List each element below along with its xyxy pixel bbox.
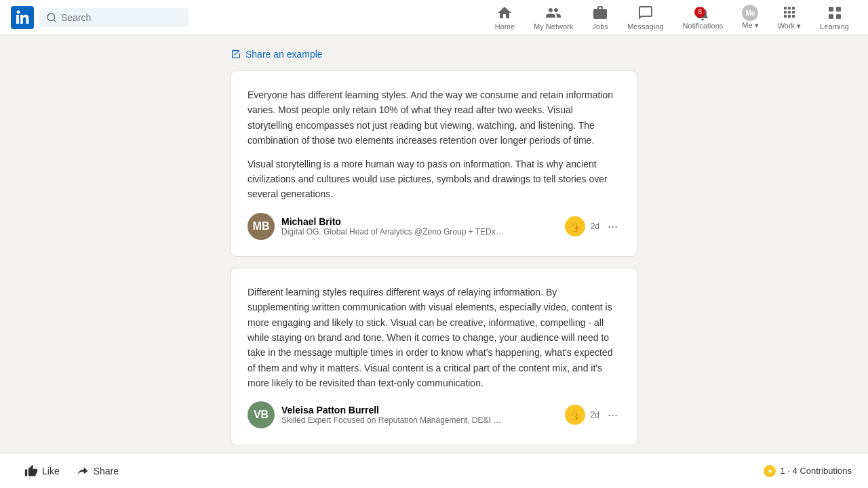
post-time-2: 2d bbox=[591, 410, 599, 420]
svg-rect-3 bbox=[829, 7, 833, 12]
post-author-2: VB Veleisa Patton Burrell Skilled Expert… bbox=[248, 401, 620, 428]
post-meta-1: 👍 2d ··· bbox=[565, 216, 620, 237]
nav-item-network[interactable]: My Network bbox=[526, 2, 581, 33]
author-info-2: Veleisa Patton Burrell Skilled Expert Fo… bbox=[281, 405, 558, 425]
svg-rect-5 bbox=[829, 14, 833, 19]
like-icon bbox=[24, 464, 38, 478]
post-paragraph-1-1: Everyone has different learning styles. … bbox=[248, 87, 620, 148]
jobs-label: Jobs bbox=[593, 22, 608, 30]
messaging-label: Messaging bbox=[627, 22, 663, 30]
learning-label: Learning bbox=[820, 22, 849, 30]
post-card-2: Different learning styles requires diffe… bbox=[231, 268, 637, 446]
notifications-label: Notifications bbox=[682, 22, 723, 30]
search-icon bbox=[46, 12, 57, 23]
post-body-1: Everyone has different learning styles. … bbox=[248, 87, 620, 202]
author-name-1[interactable]: Michael Brito bbox=[281, 216, 558, 227]
search-bar[interactable] bbox=[39, 8, 189, 27]
share-example-icon bbox=[231, 49, 241, 60]
share-label: Share bbox=[94, 466, 119, 476]
share-example-link[interactable]: Share an example bbox=[231, 49, 637, 60]
share-icon bbox=[76, 464, 90, 478]
post-author-1: MB Michael Brito Digital OG. Global Head… bbox=[248, 213, 620, 240]
post-body-2: Different learning styles requires diffe… bbox=[248, 285, 620, 391]
navbar: Home My Network Jobs Messaging bbox=[0, 0, 868, 35]
nav-item-notifications[interactable]: 8 Notifications bbox=[674, 3, 731, 33]
bottom-bar: Like Share ● 1 · 4 Contributions bbox=[0, 453, 868, 488]
author-title-1: Digital OG. Global Head of Analytics @Ze… bbox=[281, 227, 505, 237]
share-action[interactable]: Share bbox=[68, 459, 127, 483]
post-time-1: 2d bbox=[591, 222, 599, 231]
nav-items: Home My Network Jobs Messaging bbox=[487, 1, 857, 33]
nav-item-learning[interactable]: Learning bbox=[812, 2, 857, 33]
nav-item-work[interactable]: Work ▾ bbox=[770, 1, 810, 33]
network-icon bbox=[545, 5, 561, 21]
reaction-button-2[interactable]: 👍 bbox=[565, 405, 585, 425]
svg-point-1 bbox=[47, 14, 55, 21]
svg-rect-4 bbox=[836, 7, 841, 12]
nav-item-me[interactable]: Me Me ▾ bbox=[734, 2, 766, 33]
nav-item-messaging[interactable]: Messaging bbox=[619, 2, 671, 33]
like-label: Like bbox=[42, 466, 60, 476]
work-icon bbox=[781, 4, 797, 20]
contributions-icon: ● bbox=[764, 465, 776, 477]
notifications-badge: 8 bbox=[694, 7, 705, 18]
svg-line-2 bbox=[54, 20, 56, 22]
page-wrapper: Share an example Everyone has different … bbox=[0, 35, 868, 488]
jobs-icon bbox=[592, 5, 608, 21]
more-options-button-1[interactable]: ··· bbox=[605, 220, 620, 232]
author-title-2: Skilled Expert Focused on Reputation Man… bbox=[281, 415, 505, 425]
network-label: My Network bbox=[534, 22, 573, 30]
search-input[interactable] bbox=[61, 12, 170, 23]
contributions-badge[interactable]: ● 1 · 4 Contributions bbox=[764, 465, 852, 477]
post-meta-2: 👍 2d ··· bbox=[565, 405, 620, 425]
learning-icon bbox=[827, 5, 843, 21]
contributions-text: 1 · 4 Contributions bbox=[780, 466, 852, 476]
author-info-1: Michael Brito Digital OG. Global Head of… bbox=[281, 216, 558, 237]
messaging-icon bbox=[637, 5, 654, 21]
author-name-2[interactable]: Veleisa Patton Burrell bbox=[281, 405, 558, 415]
work-label: Work ▾ bbox=[778, 22, 802, 30]
more-options-button-2[interactable]: ··· bbox=[605, 409, 620, 421]
author-avatar-1[interactable]: MB bbox=[248, 213, 275, 240]
nav-item-jobs[interactable]: Jobs bbox=[584, 2, 616, 33]
nav-item-home[interactable]: Home bbox=[487, 2, 523, 33]
author-avatar-2[interactable]: VB bbox=[248, 401, 275, 428]
like-action[interactable]: Like bbox=[16, 459, 68, 483]
main-content: Share an example Everyone has different … bbox=[231, 49, 637, 488]
home-label: Home bbox=[495, 22, 515, 30]
post-paragraph-2-1: Different learning styles requires diffe… bbox=[248, 285, 620, 391]
post-card-1: Everyone has different learning styles. … bbox=[231, 70, 637, 257]
post-paragraph-1-2: Visual storytelling is a more human way … bbox=[248, 157, 620, 202]
reaction-button-1[interactable]: 👍 bbox=[565, 216, 585, 237]
share-example-label: Share an example bbox=[245, 49, 323, 60]
home-icon bbox=[496, 5, 513, 21]
svg-rect-6 bbox=[836, 14, 841, 19]
linkedin-logo[interactable] bbox=[11, 6, 34, 29]
me-avatar: Me bbox=[742, 5, 758, 21]
me-label: Me ▾ bbox=[742, 21, 758, 30]
